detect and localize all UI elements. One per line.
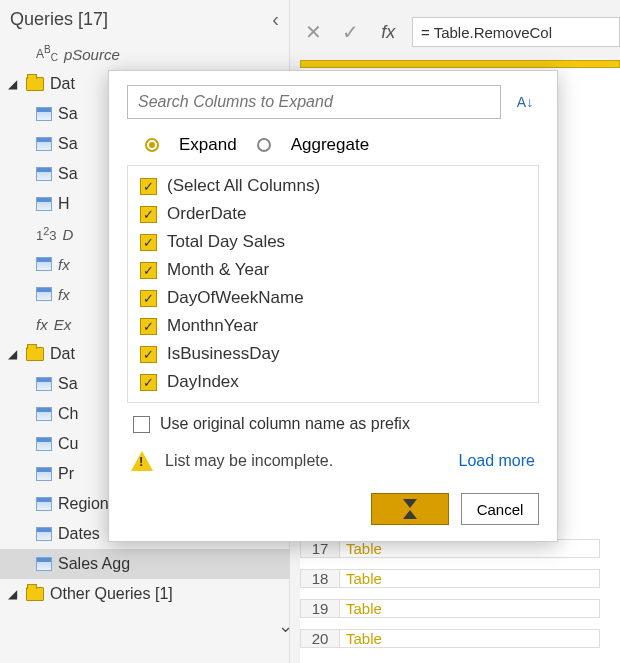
- row-index: 18: [300, 569, 340, 588]
- formula-bar: ✕ ✓ fx: [300, 14, 620, 50]
- checkbox-checked-icon[interactable]: ✓: [140, 262, 157, 279]
- ok-button[interactable]: [371, 493, 449, 525]
- table-icon: [36, 527, 52, 541]
- radio-expand[interactable]: [145, 138, 159, 152]
- query-label: Cu: [58, 435, 78, 453]
- table-icon: [36, 557, 52, 571]
- formula-input[interactable]: [412, 17, 620, 47]
- radio-aggregate[interactable]: [257, 138, 271, 152]
- table-icon: [36, 197, 52, 211]
- column-label: OrderDate: [167, 204, 246, 224]
- expand-mode-radios: Expand Aggregate: [145, 135, 539, 155]
- prefix-option[interactable]: Use original column name as prefix: [127, 403, 539, 437]
- columns-list: ✓(Select All Columns) ✓OrderDate ✓Total …: [127, 165, 539, 403]
- column-label: Total Day Sales: [167, 232, 285, 252]
- cell-value[interactable]: Table: [340, 569, 600, 588]
- checkbox-checked-icon[interactable]: ✓: [140, 374, 157, 391]
- hourglass-icon: [403, 499, 417, 519]
- cell-value[interactable]: Table: [340, 599, 600, 618]
- query-label: Sa: [58, 105, 78, 123]
- column-label: MonthnYear: [167, 316, 258, 336]
- column-option[interactable]: ✓MonthnYear: [132, 312, 534, 340]
- query-label: Dates: [58, 525, 100, 543]
- query-label: Sa: [58, 165, 78, 183]
- checkbox-checked-icon[interactable]: ✓: [140, 206, 157, 223]
- expand-columns-popup: A↓ Expand Aggregate ✓(Select All Columns…: [108, 70, 558, 542]
- table-icon: [36, 137, 52, 151]
- row-index: 19: [300, 599, 340, 618]
- collapse-panel-icon[interactable]: ‹: [272, 8, 279, 31]
- query-label: fx: [58, 256, 70, 273]
- table-icon: [36, 407, 52, 421]
- query-label: pSource: [64, 46, 120, 63]
- row-index: 20: [300, 629, 340, 648]
- sort-az-button[interactable]: A↓: [511, 88, 539, 116]
- query-label: Sales Agg: [58, 555, 130, 573]
- scroll-down-icon[interactable]: ⌄: [278, 615, 293, 637]
- column-label: DayIndex: [167, 372, 239, 392]
- checkbox-checked-icon[interactable]: ✓: [140, 234, 157, 251]
- cancel-formula-icon[interactable]: ✕: [300, 17, 327, 47]
- column-option[interactable]: ✓DayIndex: [132, 368, 534, 396]
- column-option[interactable]: ✓DayOfWeekName: [132, 284, 534, 312]
- checkbox-checked-icon[interactable]: ✓: [140, 178, 157, 195]
- table-row[interactable]: 18Table: [300, 563, 600, 593]
- query-label: H: [58, 195, 70, 213]
- load-more-link[interactable]: Load more: [459, 452, 536, 470]
- query-label: D: [63, 226, 74, 243]
- query-label: Ch: [58, 405, 78, 423]
- table-icon: [36, 497, 52, 511]
- table-icon: [36, 377, 52, 391]
- table-icon: [36, 257, 52, 271]
- column-header-bar[interactable]: [300, 60, 620, 68]
- query-label: Ex: [54, 316, 72, 333]
- table-icon: [36, 437, 52, 451]
- checkbox-checked-icon[interactable]: ✓: [140, 290, 157, 307]
- number-type-icon: 123: [36, 225, 57, 243]
- column-option[interactable]: ✓(Select All Columns): [132, 172, 534, 200]
- group-label: Dat: [50, 345, 75, 363]
- query-group[interactable]: ◢ Other Queries [1]: [0, 579, 289, 609]
- checkbox-checked-icon[interactable]: ✓: [140, 346, 157, 363]
- query-label: Sa: [58, 135, 78, 153]
- column-option[interactable]: ✓IsBusinessDay: [132, 340, 534, 368]
- caret-down-icon: ◢: [8, 347, 20, 361]
- radio-expand-label: Expand: [179, 135, 237, 155]
- table-icon: [36, 107, 52, 121]
- caret-down-icon: ◢: [8, 77, 20, 91]
- fx-icon[interactable]: fx: [375, 17, 402, 47]
- folder-icon: [26, 347, 44, 361]
- cancel-button[interactable]: Cancel: [461, 493, 539, 525]
- column-label: (Select All Columns): [167, 176, 320, 196]
- table-icon: [36, 467, 52, 481]
- column-option[interactable]: ✓OrderDate: [132, 200, 534, 228]
- column-option[interactable]: ✓Total Day Sales: [132, 228, 534, 256]
- abc-type-icon: ABC: [36, 44, 58, 63]
- queries-title: Queries [17]: [10, 9, 108, 30]
- column-option[interactable]: ✓Month & Year: [132, 256, 534, 284]
- warning-icon: [131, 451, 153, 471]
- radio-aggregate-label: Aggregate: [291, 135, 369, 155]
- search-columns-input[interactable]: [127, 85, 501, 119]
- group-label: Other Queries [1]: [50, 585, 173, 603]
- column-label: Month & Year: [167, 260, 269, 280]
- warning-text: List may be incomplete.: [165, 452, 333, 470]
- checkbox-checked-icon[interactable]: ✓: [140, 318, 157, 335]
- column-label: DayOfWeekName: [167, 288, 304, 308]
- column-label: IsBusinessDay: [167, 344, 279, 364]
- folder-icon: [26, 77, 44, 91]
- query-label: Sa: [58, 375, 78, 393]
- checkbox-unchecked-icon[interactable]: [133, 416, 150, 433]
- caret-down-icon: ◢: [8, 587, 20, 601]
- table-icon: [36, 167, 52, 181]
- queries-header: Queries [17] ‹: [0, 0, 289, 39]
- table-row[interactable]: 19Table: [300, 593, 600, 623]
- table-row[interactable]: 20Table: [300, 623, 600, 653]
- table-icon: [36, 287, 52, 301]
- query-item-selected[interactable]: Sales Agg: [0, 549, 289, 579]
- folder-icon: [26, 587, 44, 601]
- commit-formula-icon[interactable]: ✓: [337, 17, 364, 47]
- query-item[interactable]: ABC pSource: [0, 39, 289, 69]
- cell-value[interactable]: Table: [340, 629, 600, 648]
- query-label: Pr: [58, 465, 74, 483]
